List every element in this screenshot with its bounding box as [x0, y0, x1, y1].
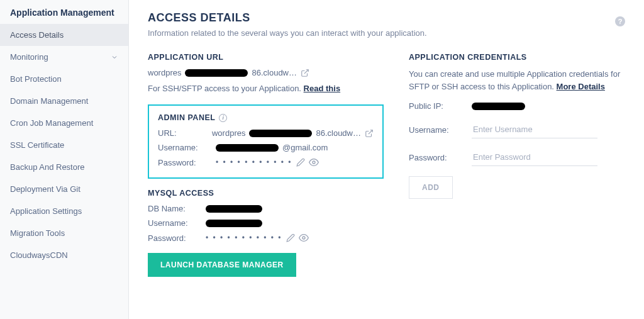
chevron-down-icon	[111, 53, 118, 61]
redacted-segment	[185, 69, 248, 77]
admin-password-masked: • • • • • • • • • • •	[216, 158, 292, 167]
cred-username-row: Username:	[409, 121, 625, 138]
admin-username-suffix: @gmail.com	[282, 143, 328, 152]
external-link-icon[interactable]	[365, 129, 374, 138]
sidebar-item-cron-job-management[interactable]: Cron Job Management	[0, 112, 128, 134]
sidebar-item-label: SSL Certificate	[10, 140, 64, 150]
admin-password-label: Password:	[158, 158, 216, 167]
redacted-segment	[249, 130, 312, 137]
svg-point-2	[313, 161, 315, 164]
mysql-username-row: Username:	[148, 218, 384, 228]
more-details-link[interactable]: More Details	[557, 82, 605, 91]
sidebar-item-cloudwayscdn[interactable]: CloudwaysCDN	[0, 244, 128, 266]
admin-url-prefix: wordpres	[212, 128, 245, 138]
sidebar-item-migration-tools[interactable]: Migration Tools	[0, 222, 128, 244]
sidebar-item-label: Application Settings	[10, 206, 82, 216]
mysql-password-row: Password: • • • • • • • • • • •	[148, 233, 384, 243]
mysql-dbname-row: DB Name:	[148, 204, 384, 213]
sidebar-item-domain-management[interactable]: Domain Management	[0, 90, 128, 112]
sidebar-item-label: Backup And Restore	[10, 162, 85, 172]
redacted-segment	[216, 144, 279, 152]
main-content: ? ACCESS DETAILS Information related to …	[129, 0, 644, 319]
sidebar-item-backup-and-restore[interactable]: Backup And Restore	[0, 156, 128, 178]
section-title-app-url: APPLICATION URL	[148, 53, 384, 62]
cred-password-label: Password:	[409, 153, 472, 162]
external-link-icon[interactable]	[301, 69, 309, 77]
sidebar-item-deployment-via-git[interactable]: Deployment Via Git	[0, 178, 128, 200]
sidebar-item-label: Bot Protection	[10, 74, 62, 84]
admin-username-row: Username: @gmail.com	[158, 143, 374, 152]
app-url-row: wordpres 86.cloudw…	[148, 68, 384, 77]
eye-icon[interactable]	[309, 157, 319, 167]
pencil-icon[interactable]	[296, 158, 305, 167]
admin-url-row: URL: wordpres 86.cloudw…	[158, 128, 374, 138]
add-button[interactable]: ADD	[409, 176, 453, 199]
credentials-description: You can create and use multiple Applicat…	[409, 68, 625, 92]
sidebar-item-monitoring[interactable]: Monitoring	[0, 46, 128, 68]
svg-point-3	[303, 237, 305, 239]
cred-username-label: Username:	[409, 125, 472, 135]
sidebar-item-bot-protection[interactable]: Bot Protection	[0, 68, 128, 90]
sidebar-item-label: CloudwaysCDN	[10, 250, 68, 260]
mysql-username-label: Username:	[148, 218, 206, 228]
section-title-credentials: APPLICATION CREDENTIALS	[409, 53, 625, 62]
username-input[interactable]	[472, 121, 597, 138]
redacted-segment	[206, 220, 262, 227]
public-ip-label: Public IP:	[409, 101, 472, 111]
sidebar-item-label: Access Details	[10, 30, 64, 40]
mysql-dbname-label: DB Name:	[148, 204, 206, 213]
column-right: APPLICATION CREDENTIALS You can create a…	[409, 53, 625, 277]
public-ip-row: Public IP:	[409, 101, 625, 111]
mysql-password-label: Password:	[148, 233, 206, 243]
sidebar-item-label: Cron Job Management	[10, 118, 93, 128]
svg-line-0	[304, 69, 308, 73]
sidebar-item-ssl-certificate[interactable]: SSL Certificate	[0, 134, 128, 156]
cred-password-row: Password:	[409, 148, 625, 166]
eye-icon[interactable]	[299, 233, 309, 243]
read-this-link[interactable]: Read this	[304, 84, 341, 93]
page-title: ACCESS DETAILS	[148, 11, 625, 25]
info-icon[interactable]: i	[219, 114, 227, 122]
ssh-hint: For SSH/SFTP access to your Application.…	[148, 84, 384, 93]
sidebar-item-application-settings[interactable]: Application Settings	[0, 200, 128, 222]
column-left: APPLICATION URL wordpres 86.cloudw… For …	[148, 53, 384, 277]
sidebar-item-label: Deployment Via Git	[10, 184, 80, 194]
password-input[interactable]	[472, 148, 597, 166]
sidebar-item-label: Monitoring	[10, 52, 48, 62]
help-icon[interactable]: ?	[615, 16, 625, 26]
pencil-icon[interactable]	[286, 233, 295, 242]
redacted-segment	[472, 103, 525, 110]
admin-username-label: Username:	[158, 143, 216, 152]
admin-url-suffix: 86.cloudw…	[316, 128, 361, 138]
sidebar-item-label: Domain Management	[10, 96, 88, 106]
admin-url-label: URL:	[158, 128, 212, 138]
svg-line-1	[369, 130, 372, 133]
section-title-mysql: MYSQL ACCESS	[148, 189, 384, 198]
admin-password-row: Password: • • • • • • • • • • •	[158, 157, 374, 167]
admin-panel-box: ADMIN PANEL i URL: wordpres 86.cloudw…	[148, 104, 384, 179]
app-url-prefix: wordpres	[148, 68, 181, 77]
redacted-segment	[206, 205, 262, 213]
page-subtitle: Information related to the several ways …	[148, 28, 625, 38]
sidebar-item-label: Migration Tools	[10, 228, 65, 238]
section-title-admin-panel: ADMIN PANEL i	[158, 113, 374, 122]
sidebar-header: Application Management	[0, 0, 128, 24]
launch-database-manager-button[interactable]: LAUNCH DATABASE MANAGER	[148, 253, 296, 277]
sidebar: Application Management Access Details Mo…	[0, 0, 129, 319]
mysql-password-masked: • • • • • • • • • • •	[206, 233, 282, 242]
app-url-suffix: 86.cloudw…	[252, 68, 297, 77]
sidebar-item-access-details[interactable]: Access Details	[0, 24, 128, 46]
